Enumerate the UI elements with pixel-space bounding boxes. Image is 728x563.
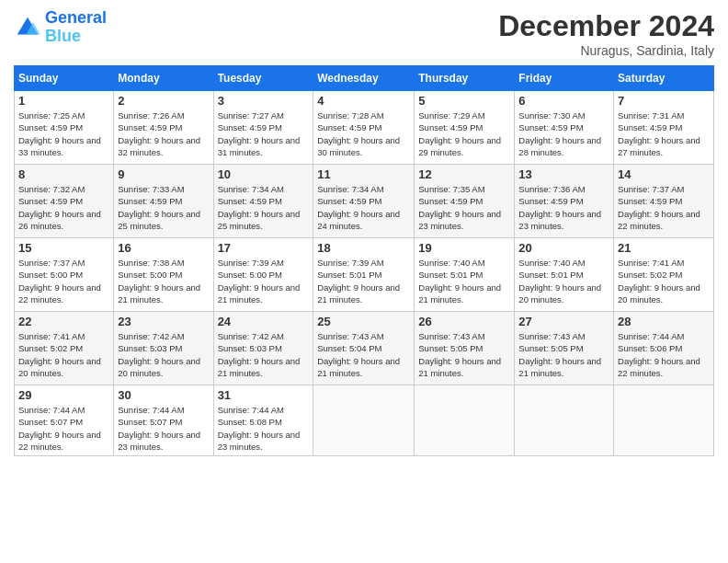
table-row: 23Sunrise: 7:42 AMSunset: 5:03 PMDayligh…	[114, 312, 213, 385]
table-row: 22Sunrise: 7:41 AMSunset: 5:02 PMDayligh…	[15, 312, 114, 385]
table-row: 14Sunrise: 7:37 AMSunset: 4:59 PMDayligh…	[614, 165, 714, 238]
table-row: 9Sunrise: 7:33 AMSunset: 4:59 PMDaylight…	[114, 165, 213, 238]
col-wednesday: Wednesday	[313, 66, 415, 91]
header-row: Sunday Monday Tuesday Wednesday Thursday…	[15, 66, 714, 91]
table-row: 2Sunrise: 7:26 AMSunset: 4:59 PMDaylight…	[114, 91, 213, 165]
table-row: 20Sunrise: 7:40 AMSunset: 5:01 PMDayligh…	[515, 238, 614, 312]
col-sunday: Sunday	[15, 66, 114, 91]
table-row: 3Sunrise: 7:27 AMSunset: 4:59 PMDaylight…	[213, 91, 313, 165]
table-row: 15Sunrise: 7:37 AMSunset: 5:00 PMDayligh…	[15, 238, 114, 312]
calendar-table: Sunday Monday Tuesday Wednesday Thursday…	[14, 65, 714, 456]
table-row	[415, 385, 515, 456]
table-row: 5Sunrise: 7:29 AMSunset: 4:59 PMDaylight…	[415, 91, 515, 165]
col-saturday: Saturday	[614, 66, 714, 91]
table-row	[313, 385, 415, 456]
table-row: 24Sunrise: 7:42 AMSunset: 5:03 PMDayligh…	[213, 312, 313, 385]
table-row: 7Sunrise: 7:31 AMSunset: 4:59 PMDaylight…	[614, 91, 714, 165]
table-row: 4Sunrise: 7:28 AMSunset: 4:59 PMDaylight…	[313, 91, 415, 165]
table-row: 16Sunrise: 7:38 AMSunset: 5:00 PMDayligh…	[114, 238, 213, 312]
table-row: 26Sunrise: 7:43 AMSunset: 5:05 PMDayligh…	[415, 312, 515, 385]
table-row: 31Sunrise: 7:44 AMSunset: 5:08 PMDayligh…	[213, 385, 313, 456]
table-row: 21Sunrise: 7:41 AMSunset: 5:02 PMDayligh…	[614, 238, 714, 312]
table-row: 25Sunrise: 7:43 AMSunset: 5:04 PMDayligh…	[313, 312, 415, 385]
month-title: December 2024	[498, 9, 714, 43]
logo-icon	[14, 14, 41, 41]
table-row: 27Sunrise: 7:43 AMSunset: 5:05 PMDayligh…	[515, 312, 614, 385]
table-row: 11Sunrise: 7:34 AMSunset: 4:59 PMDayligh…	[313, 165, 415, 238]
location: Nuragus, Sardinia, Italy	[498, 43, 714, 58]
col-friday: Friday	[515, 66, 614, 91]
table-row	[614, 385, 714, 456]
title-section: December 2024 Nuragus, Sardinia, Italy	[498, 9, 714, 58]
calendar-container: General Blue December 2024 Nuragus, Sard…	[0, 0, 728, 465]
col-monday: Monday	[114, 66, 213, 91]
table-row: 10Sunrise: 7:34 AMSunset: 4:59 PMDayligh…	[213, 165, 313, 238]
table-row: 30Sunrise: 7:44 AMSunset: 5:07 PMDayligh…	[114, 385, 213, 456]
table-row: 12Sunrise: 7:35 AMSunset: 4:59 PMDayligh…	[415, 165, 515, 238]
table-row	[515, 385, 614, 456]
table-row: 18Sunrise: 7:39 AMSunset: 5:01 PMDayligh…	[313, 238, 415, 312]
logo: General Blue	[14, 9, 107, 46]
table-row: 28Sunrise: 7:44 AMSunset: 5:06 PMDayligh…	[614, 312, 714, 385]
table-row: 29Sunrise: 7:44 AMSunset: 5:07 PMDayligh…	[15, 385, 114, 456]
table-row: 6Sunrise: 7:30 AMSunset: 4:59 PMDaylight…	[515, 91, 614, 165]
table-row: 8Sunrise: 7:32 AMSunset: 4:59 PMDaylight…	[15, 165, 114, 238]
table-row: 1Sunrise: 7:25 AMSunset: 4:59 PMDaylight…	[15, 91, 114, 165]
header: General Blue December 2024 Nuragus, Sard…	[14, 9, 714, 58]
logo-text: General Blue	[45, 9, 107, 46]
col-tuesday: Tuesday	[213, 66, 313, 91]
table-row: 17Sunrise: 7:39 AMSunset: 5:00 PMDayligh…	[213, 238, 313, 312]
table-row: 19Sunrise: 7:40 AMSunset: 5:01 PMDayligh…	[415, 238, 515, 312]
col-thursday: Thursday	[415, 66, 515, 91]
table-row: 13Sunrise: 7:36 AMSunset: 4:59 PMDayligh…	[515, 165, 614, 238]
